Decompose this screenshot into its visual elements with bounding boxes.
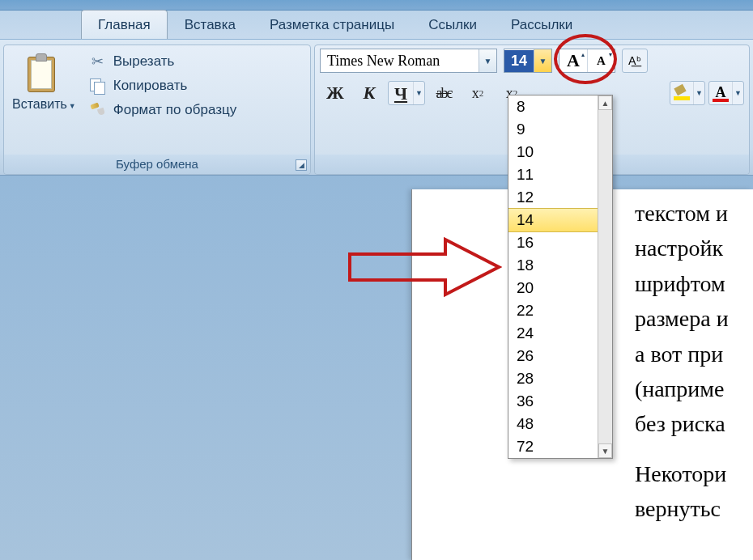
font-size-option[interactable]: 28 bbox=[508, 367, 598, 390]
font-size-option[interactable]: 24 bbox=[508, 322, 598, 345]
font-color-button[interactable]: A ▼ bbox=[708, 81, 744, 105]
ribbon: Вставить▼ Вырезать Копировать Формат по … bbox=[0, 40, 753, 176]
clipboard-icon bbox=[26, 52, 62, 94]
font-size-option[interactable]: 8 bbox=[508, 95, 598, 118]
font-size-option[interactable]: 36 bbox=[508, 390, 598, 413]
paste-label: Вставить bbox=[12, 97, 67, 111]
ribbon-tabs: Главная Вставка Разметка страницы Ссылки… bbox=[0, 11, 753, 40]
underline-button[interactable]: Ч ▼ bbox=[388, 81, 425, 105]
underline-dropdown[interactable]: ▼ bbox=[413, 82, 424, 104]
tab-mailings[interactable]: Рассылки bbox=[494, 10, 589, 39]
brush-icon bbox=[89, 102, 107, 118]
font-size-option[interactable]: 14 bbox=[508, 208, 598, 232]
font-size-option[interactable]: 10 bbox=[508, 141, 598, 163]
font-size-option[interactable]: 12 bbox=[508, 186, 598, 209]
tab-references[interactable]: Ссылки bbox=[411, 10, 494, 39]
format-painter-label: Формат по образцу bbox=[113, 102, 236, 118]
font-size-option[interactable]: 9 bbox=[508, 118, 598, 141]
scrollbar[interactable]: ▲ ▼ bbox=[598, 95, 612, 458]
doc-line: размера и bbox=[635, 301, 753, 336]
tab-page-layout[interactable]: Разметка страницы bbox=[253, 10, 411, 39]
up-triangle-icon: ▴ bbox=[581, 51, 585, 58]
font-size-option[interactable]: 72 bbox=[508, 435, 598, 458]
grow-shrink-group: A ▴ A ▾ bbox=[559, 49, 615, 73]
scroll-down-button[interactable]: ▼ bbox=[598, 443, 612, 458]
font-name-combo[interactable]: ▼ bbox=[320, 49, 497, 73]
doc-line: текстом и bbox=[635, 196, 753, 231]
font-name-dropdown-button[interactable]: ▼ bbox=[479, 49, 496, 72]
copy-label: Копировать bbox=[113, 78, 188, 94]
font-size-dropdown-list[interactable]: 891011121416182022242628364872 ▲ ▼ bbox=[508, 95, 613, 459]
font-size-option[interactable]: 20 bbox=[508, 277, 598, 299]
highlight-dropdown[interactable]: ▼ bbox=[693, 82, 704, 104]
bold-button[interactable]: Ж bbox=[320, 81, 351, 105]
svg-marker-0 bbox=[350, 240, 499, 295]
annotation-arrow bbox=[348, 236, 502, 298]
doc-line: вернутьс bbox=[635, 491, 753, 526]
font-size-dropdown-button[interactable]: ▼ bbox=[534, 49, 551, 72]
chevron-down-icon: ▼ bbox=[69, 102, 76, 110]
font-name-input[interactable] bbox=[321, 50, 479, 72]
doc-line: настройк bbox=[635, 231, 753, 265]
cut-button[interactable]: Вырезать bbox=[86, 52, 240, 71]
doc-line: без риска bbox=[635, 406, 753, 441]
clipboard-dialog-launcher[interactable]: ◢ bbox=[296, 159, 307, 171]
clear-formatting-button[interactable]: A͟ᵇ bbox=[622, 49, 648, 73]
font-size-option[interactable]: 26 bbox=[508, 345, 598, 367]
grow-font-button[interactable]: A ▴ bbox=[559, 49, 587, 72]
doc-line: Некотори bbox=[635, 456, 753, 491]
font-size-option[interactable]: 16 bbox=[508, 231, 598, 254]
font-size-option[interactable]: 11 bbox=[508, 163, 598, 186]
copy-icon bbox=[89, 78, 107, 94]
clipboard-group-label: Буфер обмена bbox=[116, 157, 198, 171]
paste-button[interactable]: Вставить▼ bbox=[7, 49, 81, 115]
scissors-icon bbox=[89, 53, 107, 70]
clear-formatting-icon: A͟ᵇ bbox=[628, 54, 641, 68]
highlight-button[interactable]: ▼ bbox=[670, 81, 705, 105]
document-text[interactable]: текстом и настройк шрифтом размера и а в… bbox=[635, 196, 753, 527]
doc-line: (наприме bbox=[635, 371, 753, 406]
format-painter-button[interactable]: Формат по образцу bbox=[86, 100, 240, 120]
doc-line: а вот при bbox=[635, 337, 753, 371]
font-color-icon: A bbox=[712, 84, 730, 102]
down-triangle-icon: ▾ bbox=[609, 51, 612, 58]
cut-label: Вырезать bbox=[113, 53, 175, 70]
italic-button[interactable]: К bbox=[354, 81, 385, 105]
tab-insert[interactable]: Вставка bbox=[168, 10, 253, 39]
group-clipboard: Вставить▼ Вырезать Копировать Формат по … bbox=[3, 45, 311, 175]
highlight-icon bbox=[674, 85, 690, 101]
strikethrough-button[interactable]: abc bbox=[428, 81, 459, 105]
font-size-option[interactable]: 48 bbox=[508, 413, 598, 435]
subscript-button[interactable]: x2 bbox=[462, 81, 493, 105]
font-size-option[interactable]: 18 bbox=[508, 254, 598, 277]
copy-button[interactable]: Копировать bbox=[86, 76, 240, 95]
font-size-input[interactable] bbox=[504, 50, 534, 72]
tab-home[interactable]: Главная bbox=[81, 10, 168, 39]
scroll-up-button[interactable]: ▲ bbox=[598, 95, 612, 110]
font-size-option[interactable]: 22 bbox=[508, 299, 598, 322]
font-size-combo[interactable]: ▼ bbox=[504, 49, 552, 73]
shrink-font-button[interactable]: A ▾ bbox=[587, 49, 615, 72]
doc-line: шрифтом bbox=[635, 266, 753, 301]
font-color-dropdown[interactable]: ▼ bbox=[732, 82, 743, 104]
